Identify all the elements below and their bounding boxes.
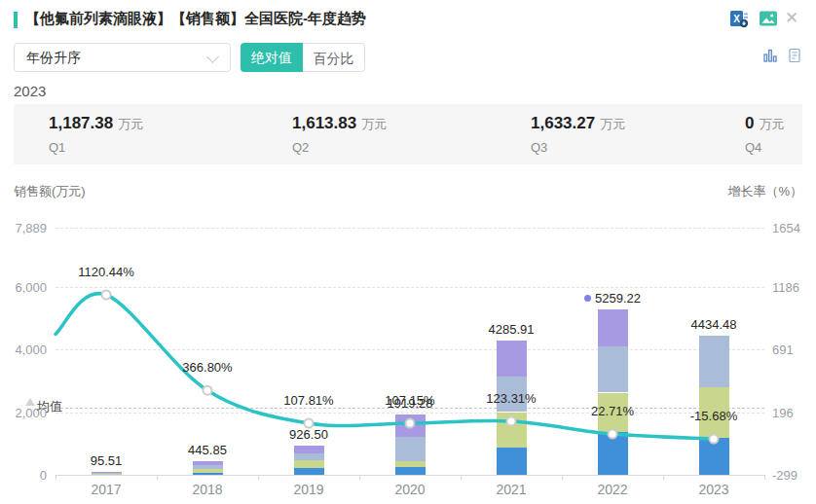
bar-segment-Q1[interactable] [598, 432, 628, 475]
x-axis-label: 2018 [157, 482, 258, 497]
bar-total-label: 4285.91 [453, 322, 570, 337]
bar-segment-Q3[interactable] [294, 453, 324, 460]
bar-segment-Q4[interactable] [598, 309, 628, 346]
right-axis-tick-label: 1654 [772, 221, 815, 235]
x-axis-label: 2019 [258, 482, 359, 497]
bar-segment-Q2[interactable] [395, 461, 426, 467]
x-axis-label: 2020 [359, 482, 461, 497]
bar-total-label: 5259.22 [554, 291, 671, 306]
x-axis-label: 2021 [461, 482, 562, 497]
bar-total-label: 926.50 [250, 427, 367, 442]
bar-segment-Q1[interactable] [395, 467, 426, 475]
growth-rate-label: 107.81% [250, 393, 367, 408]
mean-pin-icon [25, 398, 35, 406]
highlight-dot-icon [584, 295, 591, 302]
bar-segment-Q4[interactable] [395, 414, 426, 437]
bar-total-label: 95.51 [48, 453, 165, 468]
bar-segment-Q3[interactable] [193, 465, 223, 469]
x-axis-tick [359, 475, 360, 480]
bar-segment-Q4[interactable] [92, 472, 122, 473]
right-axis-tick-label: 691 [772, 342, 815, 357]
gridline [56, 287, 764, 288]
gridline [56, 349, 764, 350]
growth-rate-label: -15.68% [655, 409, 772, 423]
bar-total-label: 445.85 [149, 443, 266, 457]
right-axis-tick-label: 1186 [772, 280, 815, 295]
growth-rate-label: 107.15% [352, 393, 468, 408]
right-axis-tick-label: 196 [772, 406, 815, 420]
bar-segment-Q1[interactable] [699, 438, 729, 475]
x-axis-tick [764, 475, 765, 480]
growth-rate-label: 22.71% [554, 404, 671, 418]
bar-segment-Q4[interactable] [294, 446, 324, 452]
bar-segment-Q2[interactable] [193, 469, 223, 472]
bar-segment-Q4[interactable] [193, 461, 223, 466]
bar-segment-Q1[interactable] [294, 468, 324, 475]
y-axis-tick-label: 4,000 [0, 342, 47, 357]
bar-segment-Q3[interactable] [92, 473, 122, 474]
x-axis-line [56, 475, 764, 476]
x-axis-tick [56, 475, 56, 480]
mean-line-label: 均值 [37, 398, 62, 415]
x-axis-tick [562, 475, 563, 480]
bar-segment-Q3[interactable] [598, 346, 628, 392]
x-axis-tick [663, 475, 664, 480]
bar-total-label: 4434.48 [655, 317, 772, 332]
x-axis-tick [461, 475, 462, 480]
x-axis-label: 2023 [663, 482, 764, 497]
bar-segment-Q3[interactable] [395, 437, 426, 461]
x-axis-tick [157, 475, 158, 480]
growth-rate-label: 123.31% [453, 391, 570, 406]
y-axis-tick-label: 0 [0, 468, 47, 483]
right-axis-tick-label: -299 [772, 468, 815, 483]
line-point-marker[interactable] [102, 291, 111, 300]
x-axis-label: 2022 [562, 482, 663, 497]
gridline [56, 228, 764, 229]
growth-rate-label: 366.80% [149, 360, 266, 375]
x-axis-label: 2017 [56, 482, 157, 497]
bar-segment-Q4[interactable] [497, 341, 527, 377]
bar-segment-Q2[interactable] [497, 413, 527, 449]
bar-segment-Q2[interactable] [294, 460, 324, 467]
line-point-marker[interactable] [204, 386, 212, 395]
y-axis-tick-label: 6,000 [0, 280, 47, 295]
trend-chart: 7,88916546,00011864,0006912,0001960-299均… [0, 0, 816, 504]
growth-rate-label: 1120.44% [48, 265, 165, 279]
bar-segment-Q1[interactable] [497, 448, 527, 475]
bar-segment-Q3[interactable] [699, 336, 729, 387]
x-axis-tick [258, 475, 259, 480]
y-axis-tick-label: 7,889 [0, 221, 47, 235]
